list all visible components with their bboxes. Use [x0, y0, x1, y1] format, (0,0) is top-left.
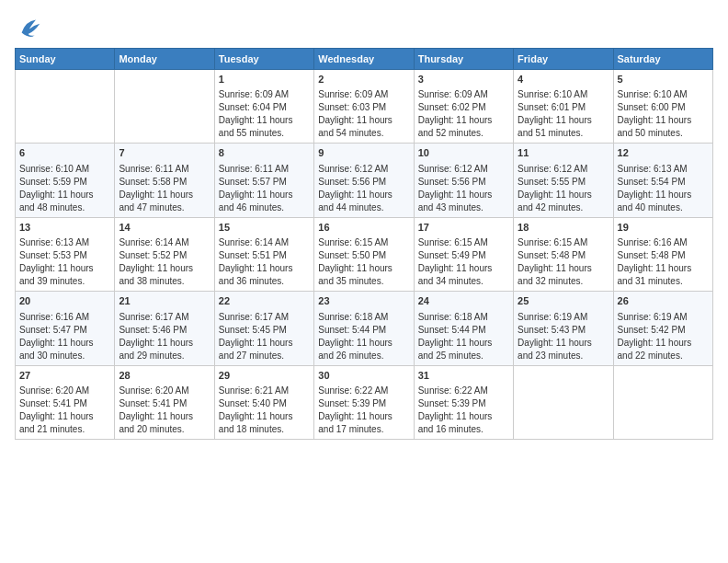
- calendar-cell: 14Sunrise: 6:14 AMSunset: 5:52 PMDayligh…: [115, 217, 214, 291]
- weekday-wednesday: Wednesday: [314, 49, 414, 70]
- day-number: 25: [518, 294, 609, 308]
- cell-info: Sunset: 5:41 PM: [119, 397, 210, 410]
- calendar-cell: 17Sunrise: 6:15 AMSunset: 5:49 PMDayligh…: [414, 217, 513, 291]
- calendar-cell: 29Sunrise: 6:21 AMSunset: 5:40 PMDayligh…: [214, 365, 313, 439]
- cell-info: Sunrise: 6:21 AM: [219, 385, 310, 397]
- calendar-cell: 19Sunrise: 6:16 AMSunset: 5:48 PMDayligh…: [613, 217, 712, 291]
- cell-info: Daylight: 11 hours and 17 minutes.: [318, 410, 409, 436]
- cell-info: Sunset: 5:59 PM: [19, 176, 110, 189]
- cell-info: Daylight: 11 hours and 34 minutes.: [418, 262, 509, 288]
- day-number: 24: [418, 294, 509, 308]
- day-number: 9: [318, 146, 409, 160]
- weekday-friday: Friday: [514, 49, 613, 70]
- cell-info: Daylight: 11 hours and 20 minutes.: [119, 410, 210, 436]
- calendar-cell: 6Sunrise: 6:10 AMSunset: 5:59 PMDaylight…: [16, 144, 115, 217]
- cell-info: Daylight: 11 hours and 55 minutes.: [219, 114, 310, 140]
- day-number: 16: [318, 221, 409, 235]
- day-number: 11: [518, 146, 609, 160]
- day-number: 10: [418, 146, 509, 160]
- weekday-sunday: Sunday: [16, 49, 115, 70]
- day-number: 14: [119, 221, 210, 235]
- cell-info: Sunset: 5:42 PM: [618, 324, 709, 337]
- cell-info: Sunset: 5:49 PM: [418, 249, 509, 262]
- cell-info: Sunset: 6:04 PM: [219, 101, 310, 114]
- day-number: 1: [219, 73, 310, 86]
- cell-info: Sunset: 5:53 PM: [19, 249, 110, 262]
- cell-info: Sunrise: 6:10 AM: [19, 163, 110, 176]
- calendar-cell: [514, 365, 613, 439]
- cell-info: Daylight: 11 hours and 29 minutes.: [119, 337, 210, 362]
- logo-bird-icon: [17, 15, 42, 40]
- cell-info: Sunrise: 6:15 AM: [518, 236, 609, 249]
- cell-info: Sunrise: 6:18 AM: [318, 311, 409, 324]
- cell-info: Sunrise: 6:17 AM: [119, 311, 210, 324]
- weekday-monday: Monday: [115, 49, 214, 70]
- cell-info: Daylight: 11 hours and 48 minutes.: [19, 189, 110, 214]
- week-row-1: 1Sunrise: 6:09 AMSunset: 6:04 PMDaylight…: [16, 70, 713, 144]
- weekday-row: SundayMondayTuesdayWednesdayThursdayFrid…: [16, 49, 713, 70]
- calendar-cell: 25Sunrise: 6:19 AMSunset: 5:43 PMDayligh…: [514, 292, 613, 365]
- day-number: 4: [518, 73, 609, 86]
- calendar-cell: 26Sunrise: 6:19 AMSunset: 5:42 PMDayligh…: [613, 292, 712, 365]
- day-number: 28: [119, 369, 210, 383]
- cell-info: Sunset: 5:43 PM: [518, 324, 609, 337]
- cell-info: Daylight: 11 hours and 31 minutes.: [618, 262, 709, 288]
- cell-info: Daylight: 11 hours and 35 minutes.: [318, 262, 409, 288]
- cell-info: Sunset: 5:50 PM: [318, 249, 409, 262]
- cell-info: Sunrise: 6:11 AM: [219, 163, 310, 176]
- calendar-body: 1Sunrise: 6:09 AMSunset: 6:04 PMDaylight…: [16, 70, 713, 440]
- cell-info: Sunrise: 6:14 AM: [119, 236, 210, 249]
- cell-info: Sunset: 6:03 PM: [318, 101, 409, 114]
- calendar-cell: 23Sunrise: 6:18 AMSunset: 5:44 PMDayligh…: [314, 292, 414, 365]
- calendar-cell: 1Sunrise: 6:09 AMSunset: 6:04 PMDaylight…: [214, 70, 313, 144]
- calendar-cell: 7Sunrise: 6:11 AMSunset: 5:58 PMDaylight…: [115, 144, 214, 217]
- cell-info: Sunset: 5:44 PM: [318, 324, 409, 337]
- cell-info: Sunrise: 6:12 AM: [518, 163, 609, 176]
- week-row-3: 13Sunrise: 6:13 AMSunset: 5:53 PMDayligh…: [16, 217, 713, 291]
- day-number: 22: [219, 294, 310, 308]
- cell-info: Sunrise: 6:12 AM: [418, 163, 509, 176]
- cell-info: Sunrise: 6:17 AM: [219, 311, 310, 324]
- day-number: 13: [19, 221, 110, 235]
- calendar-cell: 9Sunrise: 6:12 AMSunset: 5:56 PMDaylight…: [314, 144, 414, 217]
- day-number: 26: [618, 294, 709, 308]
- cell-info: Sunrise: 6:13 AM: [19, 236, 110, 249]
- cell-info: Daylight: 11 hours and 36 minutes.: [219, 262, 310, 288]
- page-header: [15, 15, 713, 40]
- cell-info: Sunset: 5:52 PM: [119, 249, 210, 262]
- cell-info: Sunset: 5:41 PM: [19, 397, 110, 410]
- day-number: 5: [618, 73, 709, 86]
- cell-info: Daylight: 11 hours and 25 minutes.: [418, 337, 509, 362]
- calendar-cell: [115, 70, 214, 144]
- calendar-cell: 12Sunrise: 6:13 AMSunset: 5:54 PMDayligh…: [613, 144, 712, 217]
- cell-info: Daylight: 11 hours and 16 minutes.: [418, 410, 509, 436]
- calendar-cell: 5Sunrise: 6:10 AMSunset: 6:00 PMDaylight…: [613, 70, 712, 144]
- cell-info: Daylight: 11 hours and 46 minutes.: [219, 189, 310, 214]
- cell-info: Sunset: 5:40 PM: [219, 397, 310, 410]
- cell-info: Sunrise: 6:19 AM: [618, 311, 709, 324]
- cell-info: Daylight: 11 hours and 23 minutes.: [518, 337, 609, 362]
- weekday-thursday: Thursday: [414, 49, 513, 70]
- logo: [15, 15, 42, 40]
- calendar-cell: 24Sunrise: 6:18 AMSunset: 5:44 PMDayligh…: [414, 292, 513, 365]
- cell-info: Sunset: 5:46 PM: [119, 324, 210, 337]
- calendar-cell: 27Sunrise: 6:20 AMSunset: 5:41 PMDayligh…: [16, 365, 115, 439]
- calendar-cell: 13Sunrise: 6:13 AMSunset: 5:53 PMDayligh…: [16, 217, 115, 291]
- cell-info: Sunrise: 6:10 AM: [618, 88, 709, 101]
- cell-info: Daylight: 11 hours and 32 minutes.: [518, 262, 609, 288]
- calendar-cell: 16Sunrise: 6:15 AMSunset: 5:50 PMDayligh…: [314, 217, 414, 291]
- day-number: 21: [119, 294, 210, 308]
- calendar-cell: 4Sunrise: 6:10 AMSunset: 6:01 PMDaylight…: [514, 70, 613, 144]
- cell-info: Sunset: 5:48 PM: [518, 249, 609, 262]
- cell-info: Sunrise: 6:15 AM: [318, 236, 409, 249]
- weekday-saturday: Saturday: [613, 49, 712, 70]
- cell-info: Sunset: 5:45 PM: [219, 324, 310, 337]
- week-row-5: 27Sunrise: 6:20 AMSunset: 5:41 PMDayligh…: [16, 365, 713, 439]
- calendar-table: SundayMondayTuesdayWednesdayThursdayFrid…: [15, 48, 713, 440]
- cell-info: Sunset: 5:51 PM: [219, 249, 310, 262]
- day-number: 3: [418, 73, 509, 86]
- cell-info: Sunrise: 6:18 AM: [418, 311, 509, 324]
- calendar-cell: 10Sunrise: 6:12 AMSunset: 5:56 PMDayligh…: [414, 144, 513, 217]
- weekday-tuesday: Tuesday: [214, 49, 313, 70]
- cell-info: Sunrise: 6:09 AM: [418, 88, 509, 101]
